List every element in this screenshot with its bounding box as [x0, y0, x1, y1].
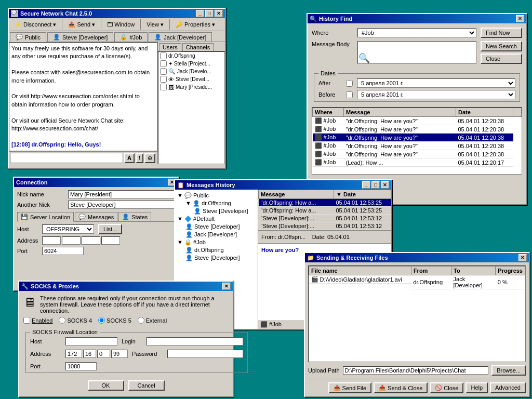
enabled-check-label[interactable]: Enabled	[23, 317, 52, 324]
send-close-button[interactable]: 📤 Send & Close	[374, 382, 428, 393]
tab-steve[interactable]: 👤 Steve [Developer]	[47, 32, 113, 42]
help-button[interactable]: Help	[466, 382, 488, 393]
history-result-row[interactable]: ⬛ #Job"dr.Offspring: How are you?"05.04.…	[313, 134, 522, 142]
history-result-row[interactable]: ⬛ #Job"dr.Offspring: How are you?"05.04.…	[313, 125, 522, 134]
history-result-row[interactable]: ⬛ #Job(Lead): How ...05.04.01 12:20:17	[313, 158, 522, 167]
fw-addr-4[interactable]	[111, 350, 128, 358]
user-item-3[interactable]: 🔍 Jack [Develo...	[158, 68, 224, 75]
address-4[interactable]	[101, 236, 120, 245]
msg-body-input[interactable]	[357, 41, 476, 64]
user-item-1[interactable]: dr.Offspring	[158, 52, 224, 60]
password-input[interactable]	[167, 350, 243, 358]
user-checkbox-5[interactable]	[160, 84, 167, 90]
socks-close[interactable]: ✕	[222, 283, 231, 290]
enabled-checkbox[interactable]	[23, 317, 30, 324]
mh-row-4[interactable]: "Steve [Developer]:... 05.04.01 12:53:12	[259, 222, 391, 230]
hf-close-btn2[interactable]: Close	[481, 54, 522, 64]
send-button[interactable]: 📤 Send ▾	[64, 20, 99, 29]
format-btn-exclaim[interactable]: !	[136, 153, 143, 163]
format-btn-insert[interactable]: ⊕	[144, 153, 155, 163]
user-checkbox-2[interactable]	[160, 60, 167, 67]
find-now-button[interactable]: Find Now	[481, 28, 522, 38]
tab-users[interactable]: Users	[159, 43, 181, 51]
login-input[interactable]	[147, 337, 243, 345]
another-nick-input[interactable]	[68, 201, 175, 209]
user-checkbox-3[interactable]	[160, 68, 167, 75]
fw-addr-1[interactable]	[65, 350, 82, 358]
user-checkbox-1[interactable]	[160, 52, 167, 59]
where-select[interactable]: #Job	[357, 28, 476, 37]
socks4-radio-label[interactable]: SOCKS 4	[59, 317, 92, 324]
fw-host-input[interactable]	[65, 337, 117, 345]
nick-name-input[interactable]	[68, 190, 175, 198]
history-result-row[interactable]: ⬛ #Job"dr.Offspring: How are you?"05.04.…	[313, 117, 522, 125]
new-search-button[interactable]: New Search	[481, 41, 522, 51]
fw-addr-3[interactable]	[97, 350, 110, 358]
tab-states[interactable]: 👤 States	[118, 212, 151, 221]
tab-server-location[interactable]: 💾 Server Location	[17, 212, 74, 222]
mh-row-1[interactable]: "dr.Offspring: How a... 05.04.01 12:53:2…	[259, 199, 391, 207]
disconnect-button[interactable]: ⚡ Disconnect ▾	[11, 20, 60, 29]
sr-row-1[interactable]: 🎬 D:\Video\Gladiator\gladiator1.avi dr.O…	[309, 275, 525, 289]
after-select[interactable]: 5 апреля 2001 г.	[357, 78, 515, 88]
properties-button[interactable]: 🔑 Properties ▾	[172, 20, 219, 29]
mh-minimize[interactable]: _	[362, 181, 370, 189]
advanced-button[interactable]: Advanced	[490, 382, 526, 393]
upload-path-input[interactable]	[343, 366, 489, 375]
maximize-button[interactable]: □	[205, 10, 214, 17]
tree-droffspring[interactable]: ▼ 👤 dr.Offspring	[185, 200, 256, 207]
mh-close[interactable]: ✕	[381, 181, 389, 189]
history-result-row[interactable]: ⬛ #Job"dr.Offspring: How are you?"05.04.…	[313, 142, 522, 150]
view-button[interactable]: View ▾	[143, 20, 167, 29]
sr-close-btn[interactable]: ✕	[518, 254, 527, 261]
user-item-4[interactable]: 👁 Steve [Devel...	[158, 75, 224, 83]
address-2[interactable]	[62, 236, 81, 245]
address-3[interactable]	[82, 236, 100, 245]
tree-job[interactable]: ▼ 🔒 #Job	[177, 238, 256, 246]
tree-public[interactable]: ▼ 💬 Public	[177, 192, 256, 200]
tree-droff-job[interactable]: 👤 dr.Offspring	[185, 246, 256, 254]
port-input[interactable]	[42, 247, 84, 255]
before-checkbox[interactable]	[346, 91, 353, 98]
external-radio[interactable]	[138, 317, 144, 324]
tab-channels[interactable]: Channels	[182, 43, 214, 51]
fw-port-input[interactable]	[65, 362, 97, 370]
after-checkbox[interactable]	[346, 80, 353, 87]
chat-input[interactable]	[10, 153, 123, 163]
tab-messages[interactable]: 💬 Messages	[75, 212, 117, 221]
browse-button[interactable]: Browse...	[491, 365, 526, 376]
user-checkbox-4[interactable]	[160, 76, 167, 83]
host-select[interactable]: OFFSPRING	[42, 224, 94, 234]
user-item-5[interactable]: 🖼 Mary [Preside...	[158, 83, 224, 91]
tab-jack[interactable]: 👤 Jack [Developer]	[149, 32, 212, 42]
address-1[interactable]	[42, 236, 61, 245]
user-item-2[interactable]: ✦ Stella [Project...	[158, 60, 224, 68]
socks5-radio-label[interactable]: SOCKS 5	[98, 317, 131, 324]
tree-steve-job[interactable]: 👤 Steve [Developer]	[185, 254, 256, 262]
format-btn-a[interactable]: A	[124, 153, 135, 163]
mh-row-2[interactable]: "dr.Offspring: How a... 05.04.01 12:53:2…	[259, 207, 391, 215]
history-result-row[interactable]: ⬛ #Job"dr.Offspring: How are you?"05.04.…	[313, 150, 522, 158]
window-button[interactable]: 🗔 Window	[103, 20, 138, 29]
ok-button[interactable]: OK	[88, 380, 124, 391]
before-select[interactable]: 5 апреля 2001 г.	[357, 90, 515, 99]
tab-job[interactable]: 🔒 #Job	[114, 32, 148, 42]
close-button[interactable]: ✕	[215, 10, 223, 17]
send-file-button[interactable]: 📤 Send File	[328, 382, 371, 393]
mh-row-3[interactable]: "Steve [Developer]:... 05.04.01 12:53:12	[259, 215, 391, 222]
minimize-button[interactable]: _	[196, 10, 204, 17]
socks5-radio[interactable]	[98, 317, 105, 324]
cancel-button[interactable]: Cancel	[128, 380, 165, 391]
socks4-radio[interactable]	[59, 317, 65, 324]
sr-close-button2[interactable]: 🚫 Close	[430, 382, 463, 393]
tree-steve-pub[interactable]: 👤 Steve [Developer]	[194, 207, 256, 215]
tree-steve-def[interactable]: 👤 Steve [Developer]	[185, 223, 256, 231]
tab-public[interactable]: 💬 Public	[10, 32, 46, 42]
tree-jack-def[interactable]: 👤 Jack [Developer]	[185, 231, 256, 238]
mh-maximize[interactable]: □	[371, 181, 380, 189]
hf-close-button[interactable]: ✕	[516, 15, 524, 22]
external-radio-label[interactable]: External	[138, 317, 167, 324]
tree-default[interactable]: ▼ 🔷 #Default	[177, 215, 256, 223]
fw-addr-2[interactable]	[83, 350, 96, 358]
list-button[interactable]: List...	[98, 224, 122, 234]
